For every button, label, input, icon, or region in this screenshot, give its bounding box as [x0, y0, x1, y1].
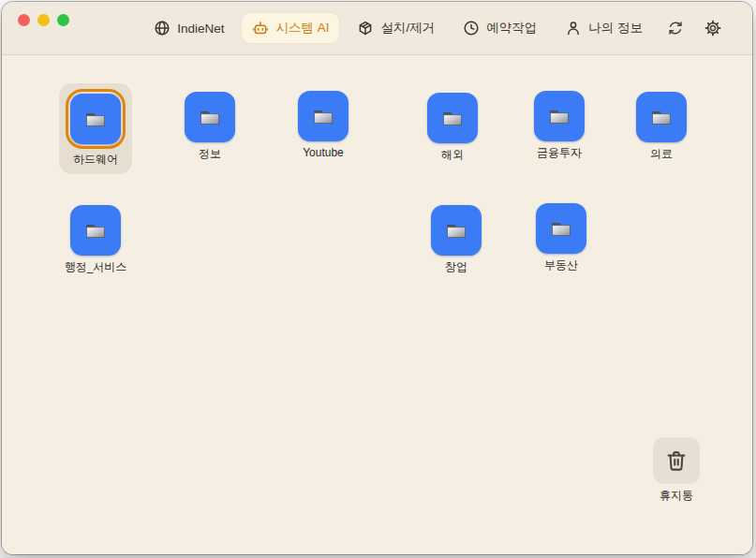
tab-system-ai[interactable]: 시스템 AI	[242, 13, 339, 43]
traffic-lights	[18, 14, 69, 26]
folder-item[interactable]: 행정_서비스	[53, 205, 138, 274]
folder-icon	[427, 93, 478, 143]
clock-icon	[463, 20, 480, 37]
folder-label: 창업	[445, 261, 467, 274]
close-button[interactable]	[18, 14, 30, 26]
app-window: IndieNet 시스템 AI	[2, 2, 752, 554]
selection-ring	[66, 89, 126, 149]
folder-item[interactable]: 부동산	[519, 203, 603, 272]
trash-tile	[653, 437, 700, 484]
folder-label: Youtube	[303, 147, 344, 160]
folder-icon	[70, 94, 121, 144]
tab-label: 예약작업	[486, 20, 537, 37]
folder-label: 하드웨어	[73, 154, 118, 167]
trash-icon	[664, 448, 689, 473]
folder-item[interactable]: 하드웨어	[59, 83, 132, 174]
globe-icon	[154, 20, 170, 37]
folder-item[interactable]: 의료	[619, 92, 704, 161]
minimize-button[interactable]	[37, 14, 50, 26]
folder-icon	[534, 91, 585, 141]
folder-icon	[636, 92, 687, 142]
folder-label: 정보	[199, 148, 221, 161]
folder-item[interactable]: 창업	[414, 205, 498, 274]
folder-item[interactable]: 해외	[410, 93, 495, 162]
tab-label: 시스템 AI	[275, 20, 329, 37]
refresh-icon	[667, 20, 684, 37]
tab-my-info[interactable]: 나의 정보	[555, 13, 653, 43]
folder-icon	[431, 205, 482, 256]
gear-icon	[704, 20, 721, 37]
toolbar-nav: IndieNet 시스템 AI	[143, 13, 752, 43]
tab-label: 설치/제거	[380, 20, 435, 37]
folder-item[interactable]: Youtube	[281, 91, 365, 160]
folder-item[interactable]: 금융투자	[517, 91, 601, 160]
tab-indienet[interactable]: IndieNet	[143, 13, 234, 43]
folder-icon	[298, 91, 348, 141]
titlebar: IndieNet 시스템 AI	[2, 2, 752, 55]
person-icon	[565, 20, 582, 37]
tab-label: IndieNet	[177, 22, 224, 36]
folder-item[interactable]: 정보	[168, 92, 252, 161]
trash-item[interactable]: 휴지통	[634, 437, 719, 503]
robot-icon	[252, 20, 269, 37]
folder-label: 행정_서비스	[65, 261, 127, 274]
folder-label: 해외	[441, 149, 464, 162]
folder-icon	[185, 92, 235, 142]
folder-icon	[70, 205, 121, 256]
tab-install-remove[interactable]: 설치/제거	[347, 13, 445, 43]
settings-button[interactable]	[698, 13, 728, 43]
refresh-button[interactable]	[660, 13, 690, 43]
folder-label: 부동산	[544, 259, 578, 272]
trash-label: 휴지통	[660, 490, 693, 503]
folder-grid: 휴지통 하드웨어 정보	[2, 55, 752, 554]
package-icon	[357, 20, 374, 37]
folder-label: 의료	[650, 148, 673, 161]
folder-label: 금융투자	[537, 147, 582, 160]
folder-icon	[536, 203, 586, 254]
tab-scheduled-tasks[interactable]: 예약작업	[452, 13, 547, 43]
tab-label: 나의 정보	[588, 20, 643, 37]
zoom-button[interactable]	[57, 14, 69, 26]
